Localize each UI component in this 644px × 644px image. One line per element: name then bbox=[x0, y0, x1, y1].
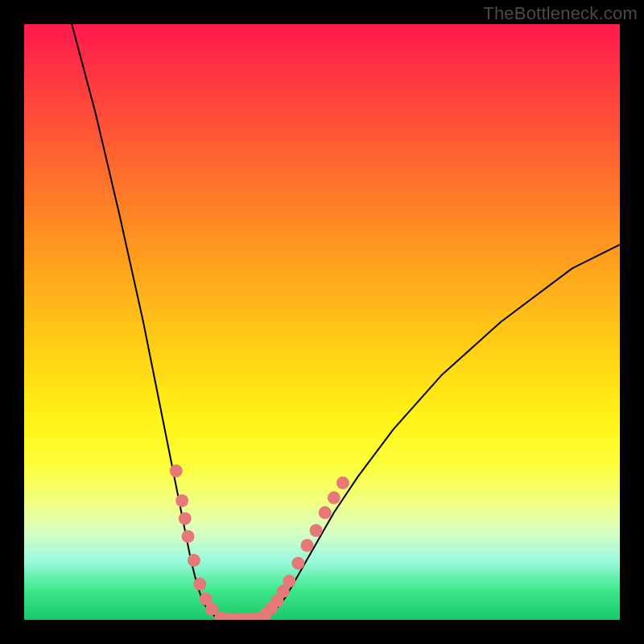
data-dot bbox=[182, 530, 195, 543]
data-dot bbox=[188, 554, 200, 567]
data-dot bbox=[170, 464, 183, 477]
dots-bottom bbox=[214, 612, 262, 620]
plot-area bbox=[24, 24, 620, 620]
data-dot bbox=[291, 557, 304, 570]
data-dot bbox=[336, 477, 349, 489]
data-dot bbox=[175, 494, 188, 507]
chart-stage: TheBottleneck.com bbox=[0, 0, 644, 644]
data-dot bbox=[193, 578, 206, 591]
bottleneck-curve bbox=[72, 24, 620, 620]
data-dot bbox=[179, 512, 192, 525]
data-dot bbox=[301, 539, 314, 552]
dots-right bbox=[259, 477, 349, 620]
data-dot bbox=[283, 575, 295, 588]
data-dot bbox=[319, 506, 332, 519]
watermark-text: TheBottleneck.com bbox=[483, 3, 638, 24]
data-dot bbox=[310, 524, 323, 537]
data-dot bbox=[328, 491, 341, 504]
plot-svg bbox=[24, 24, 620, 620]
